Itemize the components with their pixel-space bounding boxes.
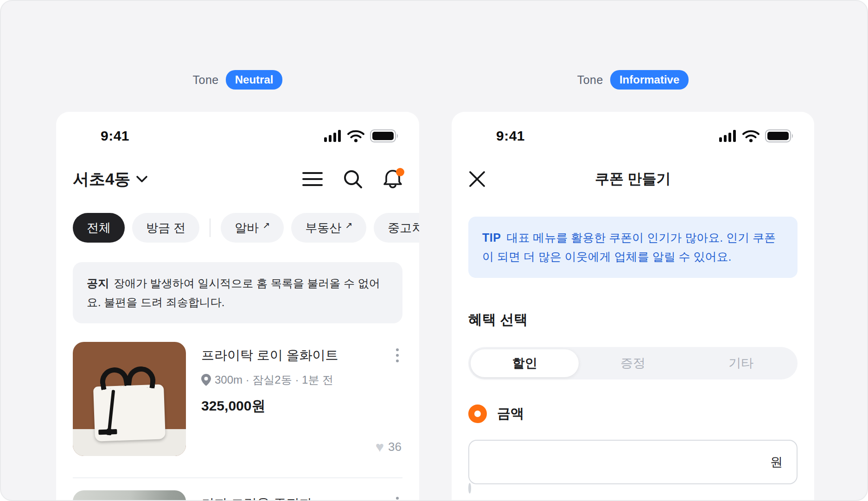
like-count: 36 [388, 440, 402, 454]
listing-more-button[interactable] [394, 347, 401, 364]
tip-banner: TIP대표 메뉴를 활용한 쿠폰이 인기가 많아요. 인기 쿠폰이 되면 더 많… [468, 217, 798, 278]
chip-label: 부동산 [305, 220, 341, 236]
chip-jobs[interactable]: 알바 ↗ [221, 213, 284, 243]
tone-badge-informative: Informative [610, 70, 689, 90]
tip-label: TIP [482, 231, 501, 244]
heart-icon: ♥ [376, 440, 384, 454]
search-button[interactable] [343, 169, 363, 189]
tip-text: 대표 메뉴를 활용한 쿠폰이 인기가 많아요. 인기 쿠폰이 되면 더 많은 이… [482, 231, 776, 263]
status-icons [719, 129, 794, 142]
status-icons [324, 129, 399, 142]
cell-signal-icon [324, 130, 342, 142]
listing-divider [73, 477, 402, 478]
listing-meta: 300m · 잠실2동 · 1분 전 [201, 373, 402, 387]
phone-coupon-screen: 9:41 쿠폰 만들기 TIP대표 메뉴를 활용한 쿠폰이 인기가 많아요. 인… [452, 112, 814, 501]
service-notice-banner: 공지장애가 발생하여 일시적으로 홈 목록을 불러올 수 없어요. 불편을 드려… [73, 262, 402, 323]
tone-prefix: Tone [577, 73, 603, 87]
photo-bag-shape [93, 384, 166, 441]
menu-button[interactable] [302, 171, 323, 187]
location-pin-icon [201, 374, 211, 386]
chevron-down-icon [136, 175, 148, 183]
chip-label: 중고차 [388, 220, 419, 236]
external-link-arrow-icon: ↗ [345, 220, 352, 231]
listing-info: 프라이탁 로이 올화이트 300m · 잠실2동 · 1분 전 325,000원 [201, 342, 402, 456]
close-button[interactable] [468, 170, 486, 188]
benefit-type-segmented-control: 할인 증정 기타 [468, 347, 798, 379]
segment-label: 증정 [620, 355, 645, 372]
status-bar: 9:41 [468, 124, 798, 148]
chip-all[interactable]: 전체 [73, 213, 125, 243]
chip-divider [210, 218, 211, 237]
location-name: 서초4동 [73, 168, 130, 190]
page-title: 쿠폰 만들기 [468, 169, 798, 189]
tone-label-informative: Tone Informative [452, 71, 814, 89]
chip-just-now[interactable]: 방금 전 [132, 213, 199, 243]
status-bar: 9:41 [73, 124, 402, 148]
status-time: 9:41 [101, 128, 129, 144]
listing-price: 325,000원 [201, 397, 402, 416]
location-selector[interactable]: 서초4동 [73, 168, 148, 190]
listing-info: 커피 드립용 주전자 [201, 490, 402, 501]
header-icons [302, 169, 402, 189]
listing-photo-bag [73, 342, 186, 456]
listing-more-button[interactable] [394, 495, 401, 501]
external-link-arrow-icon: ↗ [262, 220, 270, 231]
bag-logo-patch [98, 429, 117, 435]
bag-handle [126, 365, 157, 388]
notification-badge-dot [396, 168, 404, 176]
cell-signal-icon [719, 130, 737, 142]
battery-icon [765, 129, 794, 142]
segment-label: 할인 [512, 355, 537, 372]
chip-label: 전체 [87, 220, 111, 236]
category-chip-row: 전체 방금 전 알바 ↗ 부동산 ↗ 중고차 ↗ [73, 213, 419, 243]
radio-amount-selected[interactable] [468, 405, 487, 423]
segment-etc[interactable]: 기타 [687, 349, 795, 377]
listing-likes: ♥ 36 [376, 440, 402, 454]
phone-home-screen: 9:41 서초4동 [56, 112, 419, 501]
home-header: 서초4동 [73, 166, 402, 193]
status-time: 9:41 [496, 128, 525, 144]
wifi-icon [742, 130, 760, 142]
screenshot-canvas: Tone Neutral Tone Informative 9:41 [0, 0, 868, 501]
listing-photo-kettle [73, 490, 186, 501]
segment-gift[interactable]: 증정 [579, 349, 687, 377]
listing-freitag-bag[interactable]: 프라이탁 로이 올화이트 300m · 잠실2동 · 1분 전 325,000원… [73, 342, 402, 456]
notice-tag: 공지 [87, 277, 109, 289]
chip-label: 알바 [235, 220, 259, 236]
battery-icon [370, 129, 399, 142]
amount-field: 원 [468, 440, 798, 484]
chip-realestate[interactable]: 부동산 ↗ [291, 213, 366, 243]
segment-label: 기타 [728, 355, 753, 372]
tone-label-neutral: Tone Neutral [56, 71, 419, 89]
benefit-section-title: 혜택 선택 [468, 310, 798, 329]
currency-suffix: 원 [770, 454, 783, 470]
radio-amount-label: 금액 [497, 405, 524, 423]
radio-unselected-partial[interactable] [468, 483, 471, 494]
tone-prefix: Tone [193, 73, 219, 87]
bag-zipper [108, 390, 115, 430]
amount-radio-row: 금액 [468, 405, 798, 423]
chip-usedcar[interactable]: 중고차 ↗ [374, 213, 419, 243]
bag-handle [98, 365, 130, 390]
listing-meta-text: 300m · 잠실2동 · 1분 전 [215, 373, 333, 387]
coupon-nav-bar: 쿠폰 만들기 [468, 166, 798, 193]
listing-coffee-kettle[interactable]: 커피 드립용 주전자 [73, 490, 402, 501]
tone-badge-neutral: Neutral [226, 70, 283, 90]
notification-bell-button[interactable] [383, 169, 402, 189]
notice-text: 장애가 발생하여 일시적으로 홈 목록을 불러올 수 없어요. 불편을 드려 죄… [87, 277, 380, 308]
chip-label: 방금 전 [146, 220, 185, 236]
wifi-icon [347, 130, 364, 142]
listing-title: 커피 드립용 주전자 [201, 495, 402, 501]
segment-discount[interactable]: 할인 [471, 349, 579, 377]
amount-input[interactable] [469, 441, 797, 483]
listing-title: 프라이탁 로이 올화이트 [201, 347, 402, 364]
